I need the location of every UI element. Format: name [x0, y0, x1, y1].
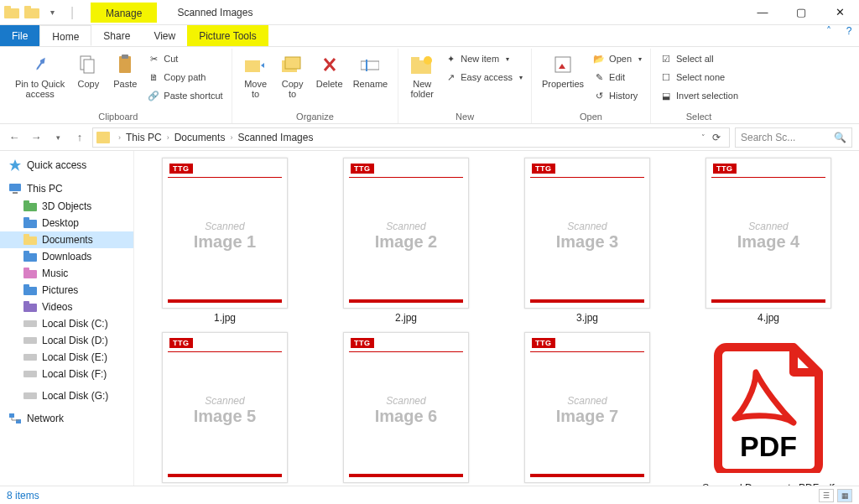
history-button[interactable]: ↺History — [592, 87, 642, 104]
file-thumbnail: TTG ScannedImage 2 — [343, 158, 469, 309]
forward-button[interactable]: → — [29, 131, 44, 143]
new-item-button[interactable]: ✦New item▾ — [444, 50, 523, 67]
folder-icon — [23, 368, 37, 380]
sidebar-item[interactable]: Downloads — [0, 248, 133, 265]
contextual-tab-manage[interactable]: Manage — [91, 3, 157, 23]
select-all-button[interactable]: ☑Select all — [659, 50, 738, 67]
copy-path-button[interactable]: 🗎Copy path — [147, 69, 222, 86]
paste-button[interactable]: Paste — [107, 49, 143, 92]
sidebar-item[interactable]: Pictures — [0, 282, 133, 299]
svg-rect-10 — [285, 57, 300, 69]
close-button[interactable]: ✕ — [820, 0, 859, 25]
qat-dropdown-icon[interactable]: ▾ — [44, 4, 60, 21]
maximize-button[interactable]: ▢ — [782, 0, 820, 25]
breadcrumb-dropdown-icon[interactable]: ˅ — [701, 133, 705, 142]
tab-home[interactable]: Home — [39, 25, 91, 46]
svg-rect-20 — [23, 200, 29, 205]
breadcrumb-segment[interactable]: This PC — [126, 132, 162, 143]
chevron-icon[interactable]: › — [164, 133, 173, 142]
tab-file[interactable]: File — [0, 25, 39, 46]
sidebar-network[interactable]: Network — [0, 409, 133, 428]
file-tile-pdf[interactable]: PDF Scanned Documents PDF.pdf — [688, 332, 849, 486]
breadcrumb[interactable]: › This PC › Documents › Scanned Images ˅… — [92, 127, 730, 148]
refresh-button[interactable]: ⟳ — [707, 132, 726, 143]
folder-icon — [23, 351, 37, 363]
select-none-button[interactable]: ☐Select none — [659, 69, 738, 86]
edit-button[interactable]: ✎Edit — [592, 69, 642, 86]
sidebar-quick-access[interactable]: Quick access — [0, 156, 133, 174]
file-tile[interactable]: TTG ScannedImage 3 3.jpg — [507, 158, 668, 324]
view-details-button[interactable]: ☰ — [819, 489, 834, 502]
move-to-icon — [243, 52, 268, 77]
svg-rect-7 — [122, 55, 128, 59]
sidebar-item[interactable]: Local Disk (C:) — [0, 315, 133, 332]
file-name: 1.jpg — [214, 312, 236, 324]
pin-quick-access-button[interactable]: Pin to Quick access — [10, 49, 70, 102]
status-item-count: 8 items — [7, 490, 39, 501]
file-thumbnail: TTG ScannedImage 3 — [524, 158, 650, 309]
copy-button[interactable]: Copy — [70, 49, 107, 92]
select-none-icon: ☐ — [659, 70, 673, 84]
select-all-icon: ☑ — [659, 52, 673, 65]
search-input[interactable]: Search Sc... 🔍 — [735, 127, 852, 148]
invert-selection-button[interactable]: ⬓Invert selection — [659, 87, 738, 104]
sidebar-item[interactable]: Local Disk (D:) — [0, 332, 133, 349]
sidebar-item-label: Music — [42, 268, 68, 279]
tab-share[interactable]: Share — [91, 25, 142, 46]
paste-shortcut-button[interactable]: 🔗Paste shortcut — [147, 87, 222, 104]
breadcrumb-segment[interactable]: Documents — [174, 132, 226, 143]
ribbon-group-label: Select — [656, 110, 742, 123]
svg-rect-28 — [23, 268, 29, 272]
status-bar: 8 items ☰ ▦ — [0, 486, 859, 504]
sidebar-item[interactable]: Local Disk (E:) — [0, 349, 133, 366]
back-button[interactable]: ← — [7, 131, 22, 143]
copy-icon — [75, 52, 101, 77]
sidebar-item[interactable]: Documents — [0, 231, 133, 248]
ribbon-tabs: File Home Share View Picture Tools ˄ ? — [0, 25, 859, 47]
file-tile[interactable]: TTG ScannedImage 1 1.jpg — [144, 158, 305, 324]
sidebar-local-disk-g[interactable]: Local Disk (G:) — [0, 387, 133, 404]
tab-picture-tools[interactable]: Picture Tools — [187, 25, 268, 46]
open-button[interactable]: 📂Open▾ — [592, 50, 642, 67]
minimize-button[interactable]: — — [743, 0, 782, 25]
sidebar-item[interactable]: Music — [0, 265, 133, 282]
folder-qat-icon[interactable] — [23, 4, 40, 21]
search-icon: 🔍 — [834, 132, 846, 143]
move-to-button[interactable]: Move to — [237, 49, 274, 102]
tab-view[interactable]: View — [142, 25, 187, 46]
navigation-pane: Quick access This PC 3D ObjectsDesktopDo… — [0, 151, 134, 486]
file-tile[interactable]: TTG ScannedImage 4 4.jpg — [688, 158, 849, 324]
chevron-icon[interactable]: › — [115, 133, 124, 142]
file-view[interactable]: TTG ScannedImage 1 1.jpg TTG ScannedImag… — [134, 151, 859, 486]
rename-button[interactable]: Rename — [348, 49, 393, 92]
file-tile[interactable]: TTG ScannedImage 2 2.jpg — [325, 158, 487, 324]
breadcrumb-segment[interactable]: Scanned Images — [237, 132, 313, 143]
sidebar-this-pc[interactable]: This PC — [0, 179, 133, 198]
cut-button[interactable]: ✂Cut — [147, 50, 222, 67]
file-tile[interactable]: TTG ScannedImage 5 5.jpg — [144, 332, 305, 486]
chevron-icon[interactable]: › — [226, 133, 236, 142]
folder-icon — [23, 301, 37, 313]
file-tile[interactable]: TTG ScannedImage 7 7.jpg — [507, 332, 668, 486]
file-tile[interactable]: TTG ScannedImage 6 6.jpg — [325, 332, 487, 486]
recent-dropdown[interactable]: ▾ — [50, 133, 65, 142]
copy-to-button[interactable]: Copy to — [274, 49, 311, 102]
easy-access-button[interactable]: ↗Easy access▾ — [444, 69, 523, 86]
svg-rect-12 — [366, 60, 367, 71]
sidebar-item[interactable]: 3D Objects — [0, 198, 133, 215]
help-icon[interactable]: ? — [839, 25, 859, 46]
window-title: Scanned Images — [177, 7, 252, 18]
delete-button[interactable]: Delete — [311, 49, 348, 92]
up-button[interactable]: ↑ — [72, 131, 87, 143]
new-folder-button[interactable]: New folder — [403, 49, 440, 102]
sidebar-item[interactable]: Local Disk (F:) — [0, 366, 133, 382]
view-large-icons-button[interactable]: ▦ — [837, 489, 852, 502]
new-item-icon: ✦ — [444, 52, 457, 65]
sidebar-item[interactable]: Desktop — [0, 215, 133, 231]
properties-button[interactable]: Properties — [537, 49, 589, 92]
svg-rect-24 — [23, 234, 29, 238]
sidebar-item[interactable]: Videos — [0, 299, 133, 315]
ribbon-collapse-icon[interactable]: ˄ — [819, 25, 839, 46]
ribbon-group-clipboard: Pin to Quick access Copy Paste ✂Cut 🗎Cop… — [5, 49, 232, 123]
invert-selection-icon: ⬓ — [659, 89, 673, 102]
